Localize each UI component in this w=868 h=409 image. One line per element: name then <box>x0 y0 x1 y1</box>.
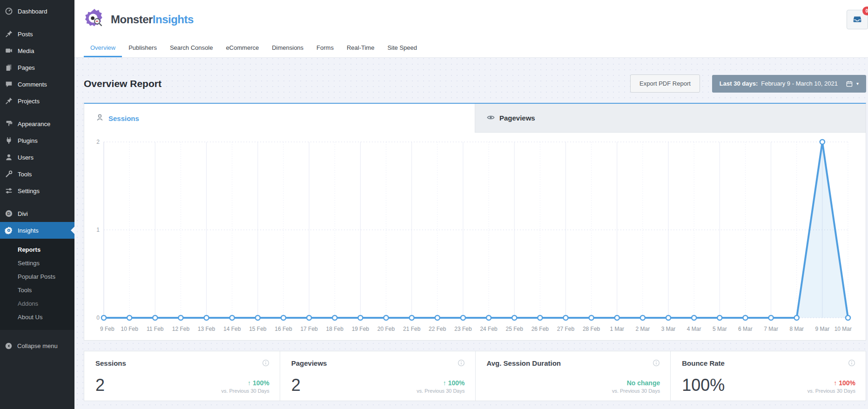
chart-point-15-feb[interactable] <box>256 315 260 320</box>
info-icon[interactable] <box>848 359 855 369</box>
x-axis-label: 11 Feb <box>147 326 164 332</box>
submenu-item-tools[interactable]: Tools <box>0 283 74 297</box>
stat-title: Bounce Rate <box>682 359 725 367</box>
chart-point-12-feb[interactable] <box>178 315 183 320</box>
stat-card-pageviews: Pageviews2↑ 100%vs. Previous 30 Days <box>280 351 475 401</box>
tab-sessions-label: Sessions <box>108 114 139 122</box>
chart-point-9-feb[interactable] <box>101 315 106 320</box>
sidebar-item-pages[interactable]: Pages <box>0 59 74 76</box>
chart-point-9-mar[interactable] <box>820 140 825 144</box>
sidebar-item-media[interactable]: Media <box>0 42 74 59</box>
sidebar-item-label: Plugins <box>18 137 38 144</box>
sidebar-item-projects[interactable]: Projects <box>0 93 74 109</box>
chart-point-3-mar[interactable] <box>666 315 671 320</box>
chart-point-2-mar[interactable] <box>640 315 645 320</box>
sidebar-item-divi[interactable]: DDivi <box>0 205 74 222</box>
sidebar-item-label: Users <box>18 154 34 161</box>
chart-point-17-feb[interactable] <box>307 315 311 320</box>
tab-site-speed[interactable]: Site Speed <box>381 39 424 57</box>
x-axis-label: 28 Feb <box>583 326 600 332</box>
tab-ecommerce[interactable]: eCommerce <box>219 39 265 57</box>
chart-point-20-feb[interactable] <box>384 315 389 320</box>
chart-point-13-feb[interactable] <box>204 315 209 320</box>
x-axis-label: 5 Mar <box>713 326 727 332</box>
x-axis-label: 12 Feb <box>172 326 190 332</box>
chart-point-7-mar[interactable] <box>769 315 774 320</box>
sidebar-item-insights[interactable]: Insights <box>0 222 74 239</box>
date-range-picker[interactable]: Last 30 days: February 9 - March 10, 202… <box>712 75 866 93</box>
chart-point-4-mar[interactable] <box>692 315 696 320</box>
sidebar-item-users[interactable]: Users <box>0 149 74 166</box>
chart-point-8-mar[interactable] <box>794 315 799 320</box>
collapse-menu-label: Collapse menu <box>17 342 58 349</box>
x-axis-label: 4 Mar <box>687 326 701 332</box>
tab-pageviews[interactable]: Pageviews <box>475 104 866 133</box>
sidebar-item-dashboard[interactable]: Dashboard <box>0 3 74 20</box>
submenu-item-about-us[interactable]: About Us <box>0 310 74 324</box>
stat-card-bounce-rate: Bounce Rate100%↑ 100%vs. Previous 30 Day… <box>670 351 866 401</box>
x-axis-label: 15 Feb <box>249 326 267 332</box>
collapse-menu-button[interactable]: Collapse menu <box>0 337 74 355</box>
wp-admin-menu: DashboardPostsMediaPagesCommentsProjects… <box>0 0 74 239</box>
chart-point-23-feb[interactable] <box>461 315 465 320</box>
chart-point-10-feb[interactable] <box>127 315 132 320</box>
sidebar-item-label: Projects <box>18 98 40 105</box>
chart-point-25-feb[interactable] <box>512 315 517 320</box>
chart-point-11-feb[interactable] <box>153 315 157 320</box>
sidebar-item-label: Media <box>18 47 34 54</box>
x-axis-label: 10 Mar <box>834 326 852 332</box>
x-axis-label: 27 Feb <box>557 326 575 332</box>
chart-point-24-feb[interactable] <box>486 315 491 320</box>
sidebar-item-appearance[interactable]: Appearance <box>0 115 74 132</box>
submenu-item-addons[interactable]: Addons <box>0 297 74 310</box>
divi-icon: D <box>5 209 13 218</box>
submenu-item-reports[interactable]: Reports <box>0 243 74 256</box>
chart-point-10-mar[interactable] <box>846 315 850 320</box>
chart-point-5-mar[interactable] <box>717 315 722 320</box>
date-range-label: Last 30 days: <box>720 80 758 87</box>
info-icon[interactable] <box>653 359 660 369</box>
chart-point-21-feb[interactable] <box>410 315 414 320</box>
chart-point-1-mar[interactable] <box>615 315 619 320</box>
report-content: Overview Report Export PDF Report Last 3… <box>74 58 868 409</box>
appearance-icon <box>5 120 13 128</box>
chart-point-16-feb[interactable] <box>281 315 286 320</box>
notifications-inbox-button[interactable]: 0 <box>847 10 868 29</box>
page-title: Overview Report <box>84 78 161 89</box>
x-axis-label: 2 Mar <box>636 326 650 332</box>
sidebar-item-posts[interactable]: Posts <box>0 26 74 42</box>
chart-point-28-feb[interactable] <box>589 315 594 320</box>
chart-point-18-feb[interactable] <box>332 315 337 320</box>
x-axis-label: 20 Feb <box>377 326 395 332</box>
chart-point-19-feb[interactable] <box>358 315 363 320</box>
chart-point-14-feb[interactable] <box>230 315 235 320</box>
sidebar-item-label: Posts <box>18 31 33 38</box>
tab-publishers[interactable]: Publishers <box>122 39 163 57</box>
chart-point-26-feb[interactable] <box>538 315 542 320</box>
info-icon[interactable] <box>458 359 465 369</box>
sidebar-item-plugins[interactable]: Plugins <box>0 132 74 149</box>
tab-overview[interactable]: Overview <box>84 39 122 57</box>
chart-point-22-feb[interactable] <box>435 315 440 320</box>
x-axis-label: 16 Feb <box>275 326 292 332</box>
sidebar-item-settings[interactable]: Settings <box>0 182 74 199</box>
tab-sessions[interactable]: Sessions <box>84 104 475 133</box>
tab-real-time[interactable]: Real-Time <box>340 39 381 57</box>
submenu-item-popular-posts[interactable]: Popular Posts <box>0 270 74 283</box>
chart-point-27-feb[interactable] <box>563 315 568 320</box>
tab-dimensions[interactable]: Dimensions <box>265 39 310 57</box>
x-axis-label: 9 Feb <box>100 326 114 332</box>
submenu-item-settings[interactable]: Settings <box>0 256 74 270</box>
sidebar-item-label: Comments <box>18 81 47 88</box>
user-icon <box>5 153 13 161</box>
sidebar-item-comments[interactable]: Comments <box>0 76 74 93</box>
tab-forms[interactable]: Forms <box>310 39 340 57</box>
x-axis-label: 22 Feb <box>429 326 446 332</box>
sidebar-item-tools[interactable]: Tools <box>0 166 74 182</box>
chart-point-6-mar[interactable] <box>743 315 747 320</box>
stat-value: 2 <box>291 377 301 394</box>
brand-wordmark: MonsterInsights <box>111 13 194 26</box>
tab-search-console[interactable]: Search Console <box>163 39 220 57</box>
info-icon[interactable] <box>262 359 269 369</box>
export-pdf-button[interactable]: Export PDF Report <box>630 74 700 93</box>
